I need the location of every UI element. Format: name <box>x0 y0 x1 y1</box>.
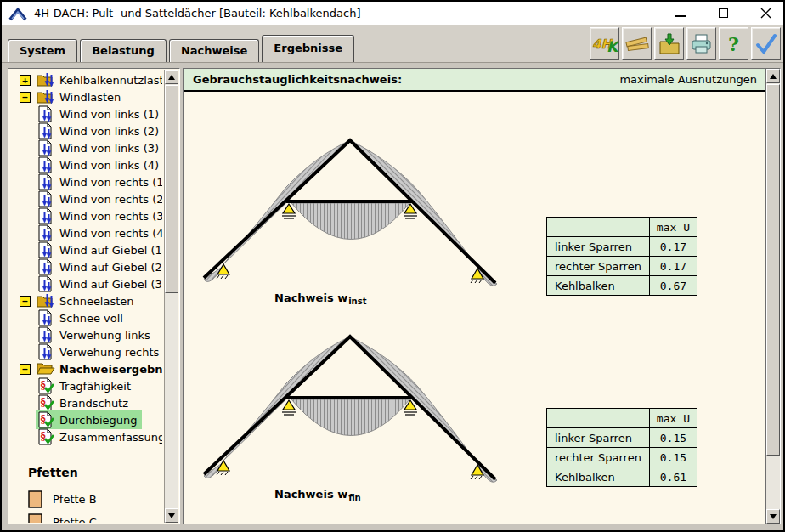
tree-item-label: Verwehung rechts <box>59 346 159 359</box>
timber-swatch-icon <box>28 490 42 508</box>
roof-chevron-icon <box>8 6 27 21</box>
tree-item-label: Wind auf Giebel (2) <box>59 261 162 274</box>
tree-item-label: Wind von links (3) <box>59 142 159 155</box>
tree-item-verwehung-rechts[interactable]: Verwehung rechts <box>9 343 162 360</box>
tree-item-schneelasten[interactable]: Schneelasten <box>9 292 162 309</box>
maximize-button[interactable] <box>717 8 729 20</box>
tree-item-wind-von-links-1[interactable]: Wind von links (1) <box>9 105 162 122</box>
tree-item-kehlbalkennutzlast[interactable]: Kehlbalkennutzlast <box>9 71 162 88</box>
svg-text:?: ? <box>728 33 739 55</box>
tab-ergebnisse[interactable]: Ergebnisse <box>262 35 354 62</box>
tab-system[interactable]: System <box>8 39 77 62</box>
collapse-icon[interactable] <box>20 92 31 103</box>
tree-item-wind-auf-giebel-1[interactable]: Wind auf Giebel (1) <box>9 241 162 258</box>
tree-item-label: Zusammenfassung <box>59 431 162 444</box>
results-header-note: maximale Ausnutzungen <box>619 73 765 86</box>
scroll-up-button[interactable] <box>165 70 178 84</box>
tree: Kehlbalkennutzlast Windlasten Wind von l… <box>9 71 162 523</box>
help-button[interactable]: ? <box>719 27 748 60</box>
maximize-icon <box>719 8 728 18</box>
scroll-down-button[interactable] <box>766 509 780 524</box>
tree-item-verwehung-links[interactable]: Verwehung links <box>9 326 162 343</box>
doc-load-icon <box>37 156 55 173</box>
tree-item-label: Wind von links (1) <box>59 108 159 121</box>
doc-load-icon <box>37 224 55 241</box>
results-content: Nachweis winst Nachweis wfin max U linke… <box>184 93 765 524</box>
logo-4hk-button[interactable]: 4H K <box>590 27 619 60</box>
tree-item-wind-von-links-3[interactable]: Wind von links (3) <box>9 139 162 156</box>
tree-item-label: Windlasten <box>59 91 121 104</box>
paragraph-check-icon <box>37 394 55 411</box>
tree-item-windlasten[interactable]: Windlasten <box>9 88 162 105</box>
tree-item-label: Verwehung links <box>59 329 150 342</box>
timber-swatch-icon <box>28 513 42 523</box>
table-row: linker Sparren 0.17 <box>547 237 697 257</box>
results-panel: Gebrauchstauglichkeitsnachweis: maximale… <box>183 68 781 524</box>
tree-item-wind-auf-giebel-2[interactable]: Wind auf Giebel (2) <box>9 258 162 275</box>
svg-text:K: K <box>607 38 618 55</box>
timber-beams-icon <box>625 33 649 55</box>
tab-nachweise[interactable]: Nachweise <box>169 39 259 62</box>
doc-load-icon <box>37 309 55 326</box>
import-button[interactable] <box>654 27 684 60</box>
scroll-down-button[interactable] <box>165 508 178 523</box>
tree-item-wind-von-rechts-1[interactable]: Wind von rechts (1) <box>9 173 162 190</box>
close-button[interactable] <box>760 8 771 20</box>
printer-icon <box>690 33 714 55</box>
tab-belastung[interactable]: Belastung <box>80 39 167 62</box>
tree-item-zusammenfassung[interactable]: Zusammenfassung <box>9 428 162 445</box>
doc-load-icon <box>37 326 55 343</box>
pfetten-heading: Pfetten <box>28 466 162 479</box>
table-row: Kehlbalken 0.67 <box>547 276 697 296</box>
tree-item-label: Kehlbalkennutzlast <box>59 74 162 87</box>
tree-item-wind-von-rechts-2[interactable]: Wind von rechts (2) <box>9 190 162 207</box>
table-col-header: max U <box>649 409 697 428</box>
tree-item-label: Wind auf Giebel (1) <box>59 244 162 257</box>
collapse-icon[interactable] <box>20 364 31 375</box>
toolbar: System Belastung Nachweise Ergebnisse 4H… <box>2 25 783 63</box>
tree-item-label: Durchbiegung <box>59 414 138 427</box>
utilization-table-winst: max U linker Sparren 0.17 rechter Sparre… <box>546 217 697 296</box>
doc-load-icon <box>37 241 55 258</box>
workspace: Kehlbalkennutzlast Windlasten Wind von l… <box>2 63 783 530</box>
doc-load-icon <box>37 190 55 207</box>
list-item-pfette-c[interactable]: Pfette C <box>9 511 162 523</box>
pfette-label: Pfette B <box>53 493 97 506</box>
table-row: rechter Sparren 0.15 <box>547 448 697 467</box>
app-window: 4H-DACH: Pult- und Satteldächer [Bauteil… <box>0 0 785 532</box>
tree-item-wind-auf-giebel-3[interactable]: Wind auf Giebel (3) <box>9 275 162 292</box>
minimize-button[interactable] <box>675 8 686 20</box>
utilization-table-wfin: max U linker Sparren 0.15 rechter Sparre… <box>546 408 697 487</box>
help-icon: ? <box>725 32 743 56</box>
expand-icon[interactable] <box>20 75 31 86</box>
tree-scrollbar[interactable] <box>164 70 178 523</box>
print-button[interactable] <box>686 27 716 60</box>
confirm-button[interactable] <box>751 27 781 60</box>
tree-item-durchbiegung[interactable]: Durchbiegung <box>9 411 162 428</box>
tree-item-label: Wind von links (2) <box>59 125 159 138</box>
arrow-up-icon <box>770 74 777 79</box>
tree-item-schnee-voll[interactable]: Schnee voll <box>9 309 162 326</box>
timber-button[interactable] <box>622 27 652 60</box>
tree-item-label: Wind von rechts (3) <box>59 210 162 223</box>
checkmark-icon <box>754 32 778 56</box>
tree-item-wind-von-links-2[interactable]: Wind von links (2) <box>9 122 162 139</box>
tree-item-wind-von-rechts-4[interactable]: Wind von rechts (4) <box>9 224 162 241</box>
tree-item-label: Wind von rechts (2) <box>59 193 162 206</box>
tree-item-wind-von-links-4[interactable]: Wind von links (4) <box>9 156 162 173</box>
tree-item-wind-von-rechts-3[interactable]: Wind von rechts (3) <box>9 207 162 224</box>
scroll-up-button[interactable] <box>766 69 780 83</box>
load-case-tree-panel: Kehlbalkennutzlast Windlasten Wind von l… <box>8 68 180 524</box>
tree-item-nachweisergebnisse[interactable]: Nachweisergebnisse <box>9 360 162 377</box>
table-row: linker Sparren 0.15 <box>547 428 697 448</box>
diagram-caption-wfin: Nachweis wfin <box>274 488 361 501</box>
results-scrollbar[interactable] <box>765 69 780 524</box>
collapse-icon[interactable] <box>20 296 31 307</box>
tree-item-label: Wind von rechts (4) <box>59 227 162 240</box>
tree-item-tragfaehigkeit[interactable]: Tragfähigkeit <box>9 377 162 394</box>
list-item-pfette-b[interactable]: Pfette B <box>9 488 162 511</box>
scrollbar-thumb[interactable] <box>165 85 178 293</box>
tree-item-brandschutz[interactable]: Brandschutz <box>9 394 162 411</box>
scrollbar-thumb[interactable] <box>766 84 780 456</box>
tree-item-label: Tragfähigkeit <box>59 380 131 393</box>
